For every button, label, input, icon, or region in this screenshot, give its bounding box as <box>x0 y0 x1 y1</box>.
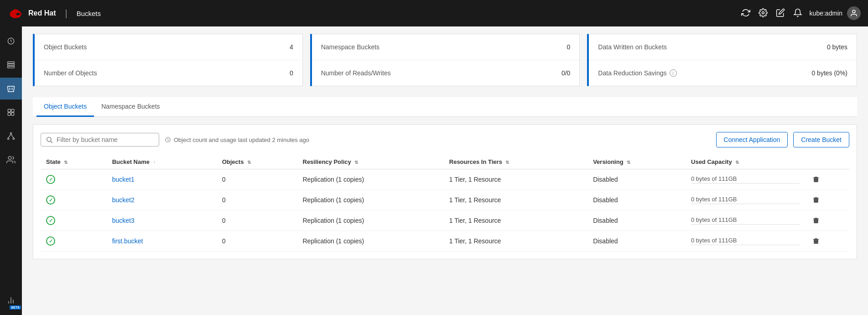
cell-state-2 <box>41 210 107 231</box>
brand-name: Red Hat <box>28 9 56 17</box>
trash-icon-2 <box>812 217 820 224</box>
delete-button-2[interactable] <box>811 215 821 226</box>
cell-delete-3 <box>805 231 849 252</box>
cell-delete-0 <box>805 169 849 190</box>
sidebar-item-topology[interactable] <box>0 125 22 147</box>
svg-rect-8 <box>8 66 15 68</box>
sort-resiliency-icon[interactable]: ⇅ <box>354 160 358 165</box>
svg-rect-11 <box>8 113 10 116</box>
stat-namespace-buckets-label: Namespace Buckets <box>321 43 379 51</box>
status-ok-icon-0 <box>46 175 55 184</box>
col-versioning: Versioning ⇅ <box>587 155 686 169</box>
delete-button-0[interactable] <box>811 174 821 185</box>
trash-icon-3 <box>812 237 820 245</box>
cell-resources-2: 1 Tier, 1 Resource <box>444 210 587 231</box>
cell-objects-2: 0 <box>217 210 297 231</box>
status-ok-icon-2 <box>46 216 55 225</box>
sort-state-icon[interactable]: ⇅ <box>64 160 68 165</box>
svg-point-15 <box>13 138 14 139</box>
stats-row: Object Buckets 4 Number of Objects 0 Nam… <box>33 34 857 86</box>
cell-resiliency-2: Replication (1 copies) <box>297 210 444 231</box>
connect-application-button[interactable]: Connect Application <box>716 132 788 147</box>
cell-versioning-2: Disabled <box>587 210 686 231</box>
sidebar: BETA <box>0 26 22 315</box>
tab-namespace-buckets[interactable]: Namespace Buckets <box>94 97 167 117</box>
create-bucket-button[interactable]: Create Bucket <box>793 132 849 147</box>
cell-versioning-3: Disabled <box>587 231 686 252</box>
bell-icon[interactable] <box>793 8 802 19</box>
col-objects: Objects ⇅ <box>217 155 297 169</box>
delete-button-3[interactable] <box>811 236 821 247</box>
sidebar-item-storage[interactable] <box>0 54 22 76</box>
settings-icon[interactable] <box>759 8 768 19</box>
col-resources: Resources In Tiers ⇅ <box>444 155 587 169</box>
cell-resources-1: 1 Tier, 1 Resource <box>444 190 587 210</box>
capacity-text-2: 0 bytes of 111GB <box>691 216 800 225</box>
sort-versioning-icon[interactable]: ⇅ <box>627 160 630 165</box>
cell-capacity-2: 0 bytes of 111GB <box>686 210 805 231</box>
info-icon[interactable]: i <box>670 69 677 77</box>
cell-versioning-0: Disabled <box>587 169 686 190</box>
edit-icon[interactable] <box>776 8 785 19</box>
sort-resources-icon[interactable]: ⇅ <box>505 160 509 165</box>
stat-reads-writes-value: 0/0 <box>561 69 570 77</box>
status-ok-icon-3 <box>46 236 55 246</box>
cell-bucket-name-0: bucket1 <box>107 169 217 190</box>
trash-icon-0 <box>812 176 820 183</box>
sidebar-item-users[interactable] <box>0 149 22 171</box>
delete-button-1[interactable] <box>811 194 821 205</box>
bucket-link-0[interactable]: bucket1 <box>112 176 135 183</box>
stat-object-buckets-value: 4 <box>290 43 293 51</box>
brand-logo-area[interactable]: Red Hat <box>7 5 56 21</box>
capacity-bar-3: 0 bytes of 111GB <box>691 237 800 245</box>
table-row: bucket3 0 Replication (1 copies) 1 Tier,… <box>41 210 849 231</box>
sidebar-item-function[interactable] <box>0 101 22 123</box>
svg-line-5 <box>11 41 12 42</box>
cell-capacity-3: 0 bytes of 111GB <box>686 231 805 252</box>
sidebar-item-analytics[interactable]: BETA <box>0 289 22 311</box>
cell-resources-3: 1 Tier, 1 Resource <box>444 231 587 252</box>
stat-reads-writes: Number of Reads/Writes 0/0 <box>312 60 580 86</box>
table-row: bucket2 0 Replication (1 copies) 1 Tier,… <box>41 190 849 210</box>
table-toolbar: Object count and usage last updated 2 mi… <box>41 132 849 147</box>
user-menu[interactable]: kube:admin <box>810 6 861 20</box>
tabs-row: Object Buckets Namespace Buckets <box>33 97 857 117</box>
col-state: State ⇅ <box>41 155 107 169</box>
redhat-logo-icon <box>7 5 24 21</box>
tab-object-buckets[interactable]: Object Buckets <box>36 97 94 117</box>
stat-namespace-buckets-value: 0 <box>567 43 571 51</box>
cell-delete-2 <box>805 210 849 231</box>
cell-bucket-name-3: first.bucket <box>107 231 217 252</box>
cell-bucket-name-2: bucket3 <box>107 210 217 231</box>
stat-data-written: Data Written on Buckets 0 bytes <box>589 34 857 60</box>
stat-namespace-buckets: Namespace Buckets 0 <box>312 34 580 60</box>
bucket-link-3[interactable]: first.bucket <box>112 237 143 245</box>
sidebar-item-buckets[interactable] <box>0 78 22 100</box>
status-ok-icon-1 <box>46 195 55 205</box>
bucket-link-1[interactable]: bucket2 <box>112 196 135 204</box>
cell-capacity-1: 0 bytes of 111GB <box>686 190 805 210</box>
sidebar-item-home[interactable] <box>0 30 22 52</box>
cell-resiliency-3: Replication (1 copies) <box>297 231 444 252</box>
sort-objects-icon[interactable]: ⇅ <box>247 160 251 165</box>
svg-point-14 <box>8 138 9 139</box>
sort-bucket-name-icon[interactable]: ↑ <box>153 160 156 165</box>
sort-capacity-icon[interactable]: ⇅ <box>735 160 739 165</box>
cell-objects-1: 0 <box>217 190 297 210</box>
cell-state-1 <box>41 190 107 210</box>
svg-point-18 <box>8 157 11 160</box>
cell-bucket-name-1: bucket2 <box>107 190 217 210</box>
bucket-link-2[interactable]: bucket3 <box>112 217 135 224</box>
table-row: bucket1 0 Replication (1 copies) 1 Tier,… <box>41 169 849 190</box>
svg-rect-7 <box>8 64 15 65</box>
svg-rect-10 <box>11 109 14 112</box>
cell-resources-0: 1 Tier, 1 Resource <box>444 169 587 190</box>
refresh-icon[interactable] <box>741 8 750 19</box>
stat-object-buckets-label: Object Buckets <box>44 43 87 51</box>
topnav: Red Hat | Buckets <box>0 0 868 26</box>
search-box[interactable] <box>41 133 159 147</box>
cell-versioning-1: Disabled <box>587 190 686 210</box>
namespace-buckets-card: Namespace Buckets 0 Number of Reads/Writ… <box>310 34 580 86</box>
stat-data-written-label: Data Written on Buckets <box>598 43 667 51</box>
search-input[interactable] <box>57 136 154 143</box>
